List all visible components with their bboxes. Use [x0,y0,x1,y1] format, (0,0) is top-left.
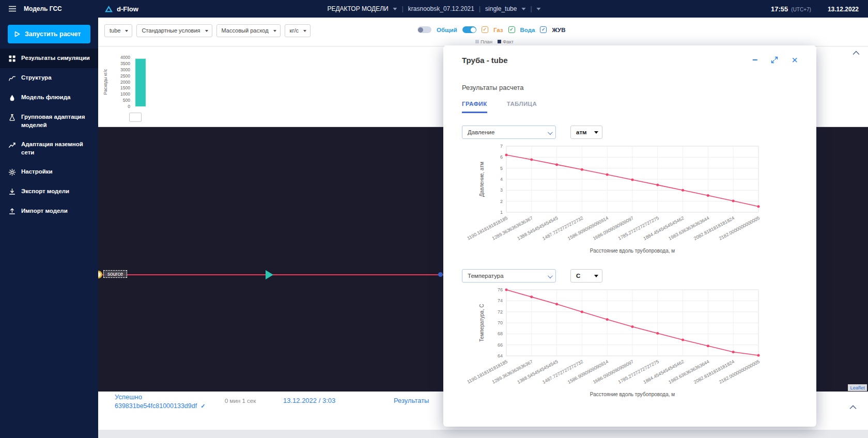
modal-actions [752,55,798,65]
svg-text:4000: 4000 [120,55,130,60]
svg-text:1289.3636363636367: 1289.3636363636367 [491,359,534,385]
settings-icon [8,168,16,176]
svg-text:Расходы кг/с: Расходы кг/с [103,69,108,95]
clock-time: 17:55 [771,5,788,13]
results-link[interactable]: Результаты [394,397,429,404]
modal-header: Труба - tube [462,55,798,65]
source-node-icon[interactable] [98,271,102,278]
phases-toggle[interactable] [462,26,476,33]
phase-controls: Общий Газ Вода ЖУВ [417,26,566,33]
tab-table[interactable]: ТАБЛИЦА [507,101,537,113]
play-icon [14,31,20,37]
minimize-icon[interactable] [752,55,758,65]
source-node-label[interactable]: source [103,270,127,278]
svg-text:6: 6 [500,154,503,160]
submodel-dropdown[interactable]: single_tube [485,5,517,12]
export-icon [8,188,16,196]
sidebar-item[interactable]: Настройки [0,162,98,182]
svg-text:66: 66 [498,342,503,348]
flow-bar-chart-svg: 05001000150020002500300035004000Расходы … [102,55,160,112]
run-status-block: Успешно 639831be54fc81000133d9df [115,393,205,410]
flow-bar-chart: 05001000150020002500300035004000Расходы … [102,55,160,112]
svg-text:72: 72 [498,309,503,315]
sidebar-menu: Результаты симуляцииСтруктураМодель флюи… [0,49,98,221]
svg-text:2000: 2000 [120,80,130,85]
gas-label: Газ [493,27,503,33]
series-checkbox[interactable] [129,113,142,122]
pressure-chart-svg: 12345671190.18181818181851289.3636363636… [477,142,767,262]
total-toggle[interactable] [417,26,431,33]
collapse-panel-chevron-icon[interactable] [853,51,860,55]
svg-text:0: 0 [128,104,130,109]
temperature-parameter-select[interactable]: Температура [462,269,556,283]
clock-block: 17:55 (UTC+7) 13.12.2022 [771,5,868,13]
sidebar-item-label: Структура [21,74,52,82]
close-icon[interactable] [792,55,798,65]
pressure-unit-select[interactable]: атм [570,126,602,139]
object-select[interactable]: tube [104,24,132,37]
gas-checkbox[interactable] [482,26,488,33]
legend-fact: Факт [498,39,514,44]
svg-text:Расстояние вдоль трубопровода,: Расстояние вдоль трубопровода, м [590,248,675,254]
app-root: Модель ГСС d-Flow РЕДАКТОР МОДЕЛИ | kras… [0,0,868,438]
svg-text:5: 5 [500,166,503,171]
run-calculation-label: Запустить расчет [25,30,81,38]
sidebar-item[interactable]: Экспорт модели [0,182,98,201]
sidebar-item[interactable]: Структура [0,68,98,88]
run-datetime: 13.12.2022 / 3:03 [283,397,335,404]
topbar-left: Модель ГСС [0,5,98,12]
clock-utc: (UTC+7) [791,7,811,12]
expand-icon[interactable] [771,56,778,64]
pipe-results-modal: Труба - tube Результаты расчета ГРАФИК Т… [443,45,816,427]
svg-text:Давление, атм: Давление, атм [479,162,485,197]
svg-text:1686.0909090909097: 1686.0909090909097 [592,359,634,385]
main-toolbar: tube Стандартные условия Массовый расход… [98,18,868,46]
pipeline-end-node[interactable] [438,272,443,277]
svg-text:1586.9090909090914: 1586.9090909090914 [567,359,609,385]
pressure-parameter-select[interactable]: Давление [462,126,556,139]
import-icon [8,208,16,215]
svg-text:2500: 2500 [120,73,130,79]
breadcrumb-separator: | [479,5,481,12]
logo-icon [104,5,113,13]
temperature-parameter-value: Температура [468,273,504,279]
results-tabs: ГРАФИК ТАБЛИЦА [462,101,798,113]
svg-text:1: 1 [500,210,503,215]
liquid-hc-checkbox[interactable] [540,26,547,33]
sidebar-item[interactable]: Результаты симуляции [0,49,98,68]
sidebar-item[interactable]: Модель флюида [0,88,98,107]
sidebar-item[interactable]: Импорт модели [0,201,98,221]
run-duration: 0 мин 1 сек [225,398,256,404]
unit-select[interactable]: кг/с [285,24,311,37]
svg-text:1884.4545454545462: 1884.4545454545462 [643,359,685,385]
svg-text:2: 2 [500,199,503,204]
conditions-select[interactable]: Стандартные условия [136,24,212,37]
map-attribution-link[interactable]: Leaflet [848,384,867,391]
svg-text:Расстояние вдоль трубопровода,: Расстояние вдоль трубопровода, м [590,392,675,397]
section-title: Модель ГСС [24,5,62,12]
run-calculation-button[interactable]: Запустить расчет [8,25,90,43]
svg-text:1289.3636363636367: 1289.3636363636367 [491,215,534,241]
collapse-statusbar-chevron-icon[interactable] [849,405,857,409]
pressure-controls: Давление атм [462,126,798,139]
svg-text:Температура, C: Температура, C [479,304,485,341]
tab-chart[interactable]: ГРАФИК [462,101,487,113]
run-id-row: 639831be54fc81000133d9df [115,402,205,410]
total-toggle-label: Общий [437,27,457,33]
run-status-text: Успешно [115,393,205,401]
sidebar-item[interactable]: Адаптация наземной сети [0,135,98,162]
menu-icon[interactable] [8,6,17,12]
toolbar-selects: tube Стандартные условия Массовый расход… [104,24,311,37]
rate-type-select[interactable]: Массовый расход [216,24,281,37]
editor-mode-dropdown[interactable]: РЕДАКТОР МОДЕЛИ [327,5,388,12]
sidebar-item[interactable]: Групповая адаптация моделей [0,107,98,135]
water-checkbox[interactable] [508,26,515,33]
logo-text: d-Flow [117,5,138,13]
svg-text:4: 4 [500,177,503,182]
liquid-hc-label: ЖУВ [552,27,565,33]
chevron-down-icon[interactable] [537,8,541,10]
svg-text:1686.0909090909097: 1686.0909090909097 [592,215,634,241]
temperature-unit-select[interactable]: C [570,269,602,283]
svg-text:70: 70 [498,320,503,325]
svg-text:500: 500 [123,98,130,103]
